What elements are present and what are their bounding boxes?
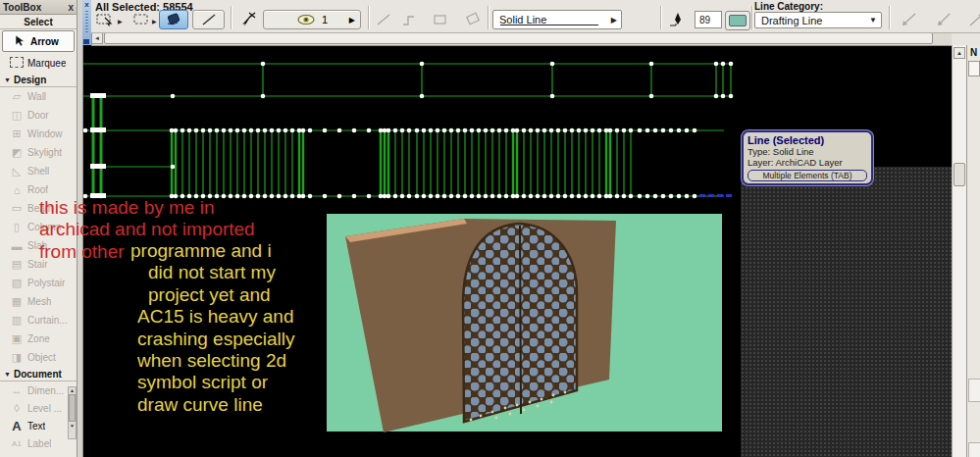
- skylight-tool-icon: ◩: [6, 146, 27, 159]
- geometry-polyline-button[interactable]: [398, 10, 420, 29]
- toolbox-close-icon[interactable]: x: [68, 2, 74, 13]
- line-category-value: Drafting Line: [761, 15, 822, 26]
- marquee-tool-icon: [6, 57, 27, 70]
- toolbox-section-select: Select: [0, 15, 77, 29]
- line-icon: [200, 13, 218, 26]
- 3d-preview-image: [324, 206, 723, 439]
- toolbox-item-door: ◫Door: [0, 106, 77, 125]
- pen-number-field[interactable]: 89: [695, 11, 722, 28]
- marquee-selection-button[interactable]: [93, 10, 117, 29]
- clipped-right-panel: N: [966, 45, 980, 457]
- shell-tool-icon: ◺: [6, 165, 27, 178]
- collapse-triangle-icon[interactable]: ▼: [4, 76, 11, 83]
- toolbox-section-document[interactable]: ▼Document: [0, 367, 77, 381]
- infobox-toolbar: All Selected: 58554 ▶ ▶: [91, 0, 980, 33]
- toolbox-item-zone: ▣Zone: [0, 330, 77, 348]
- dimen-tool-icon: ↔: [6, 384, 27, 396]
- geometry-line-button[interactable]: [373, 10, 394, 29]
- selection-shape-button[interactable]: [129, 10, 153, 29]
- 3d-wall-window-render: [324, 206, 723, 439]
- toolbox-item-wall: ▱Wall: [0, 87, 77, 106]
- arrow-downleft-icon: [899, 12, 918, 27]
- toolbox-item-marquee[interactable]: Marquee: [0, 53, 77, 73]
- eraser-icon: [165, 13, 182, 26]
- arrow-downleft2-icon: [933, 12, 953, 27]
- marquee-dropdown-caret[interactable]: ▶: [118, 18, 123, 25]
- vertical-scroll-thumb[interactable]: [954, 163, 965, 186]
- geometry-rotrect-button[interactable]: [461, 10, 485, 29]
- visibility-caret: ▶: [349, 16, 355, 25]
- selection-shape-caret[interactable]: ▶: [152, 18, 157, 25]
- visibility-value: 1: [322, 14, 328, 25]
- toolbox-titlebar: ToolBox x: [0, 0, 77, 15]
- tooltip-type: Type: Solid Line: [748, 146, 867, 157]
- toolbox-item-text[interactable]: AText: [0, 417, 77, 434]
- horizontal-scroll-thumb[interactable]: [104, 32, 933, 44]
- slab-tool-icon: ▬: [6, 240, 27, 252]
- marquee-arrow-icon: [96, 13, 114, 26]
- door-tool-icon: ◫: [6, 109, 27, 122]
- toolbox-title: ToolBox: [3, 2, 68, 13]
- active-tool-button[interactable]: [159, 10, 188, 29]
- line-type-dropdown[interactable]: Solid Line ▶: [492, 10, 622, 29]
- trim-line-button[interactable]: [930, 10, 955, 29]
- scroll-left-arrow-icon[interactable]: ◄: [91, 32, 103, 44]
- line-tool-button[interactable]: [192, 10, 225, 29]
- right-panel-label: N: [967, 45, 980, 58]
- scroll-up-arrow-icon[interactable]: ▲: [954, 47, 965, 59]
- pen-icon: [668, 12, 688, 27]
- vertical-scrollbar[interactable]: ▲: [952, 45, 967, 457]
- roof-tool-icon: ⌂: [6, 184, 27, 196]
- toolbox-item-skylight: ◩Skylight: [0, 143, 77, 162]
- infobox-close-icon[interactable]: x: [82, 0, 91, 9]
- grip-dots-icon: [85, 11, 88, 32]
- line-category-label: Line Category:: [754, 1, 823, 12]
- visibility-dropdown[interactable]: 1 ▶: [263, 10, 361, 29]
- toolbox-item-label: A1Label: [0, 434, 77, 452]
- split-line-button[interactable]: [964, 10, 980, 29]
- label-tool-icon: A1: [6, 439, 27, 448]
- right-panel-icon[interactable]: [968, 61, 980, 76]
- beam-tool-icon: ▭: [6, 202, 27, 215]
- line-type-caret: ▶: [611, 16, 617, 25]
- mesh-tool-icon: ▦: [6, 295, 27, 308]
- geometry-rect-button[interactable]: [430, 10, 451, 29]
- line-category-caret: ▼: [869, 16, 877, 25]
- polystair-tool-icon: ▧: [6, 277, 27, 289]
- object-tool-icon: ◨: [6, 351, 27, 364]
- tooltip-layer: Layer: ArchiCAD Layer: [748, 157, 867, 168]
- extend-line-button[interactable]: [896, 10, 921, 29]
- archicad-window: ToolBox x SelectArrowMarquee▼Design▱Wall…: [0, 0, 980, 457]
- toolbox-item-object: ◨Object: [0, 348, 77, 367]
- horizontal-scrollbar[interactable]: ◄: [91, 32, 952, 46]
- toolbox-item-mesh: ▦Mesh: [0, 292, 77, 311]
- toolbox-item-curtain: ▥Curtain...: [0, 311, 77, 330]
- toolbox-item-arrow[interactable]: Arrow: [2, 30, 75, 52]
- line-type-preview: [500, 25, 598, 25]
- annotation-yellow-text: programme and idid not start myproject y…: [130, 240, 295, 416]
- toolbox-item-window: ⊞Window: [0, 125, 77, 143]
- collapse-triangle-icon[interactable]: ▼: [4, 371, 11, 378]
- column-tool-icon: ▯: [6, 221, 27, 233]
- element-info-tooltip: Line (Selected) Type: Solid Line Layer: …: [742, 130, 873, 185]
- geometry-line-icon: [378, 15, 389, 25]
- geometry-rotrect-icon: [467, 13, 479, 24]
- line-category-dropdown[interactable]: Drafting Line ▼: [754, 12, 882, 28]
- text-tool-icon: A: [6, 419, 27, 433]
- pen-swatch-color: [729, 15, 747, 26]
- toolbox-section-design[interactable]: ▼Design: [0, 73, 77, 87]
- pen-swatch-button[interactable]: [725, 11, 750, 30]
- handle-bar: [83, 39, 89, 44]
- zone-tool-icon: ▣: [6, 332, 27, 345]
- pen-color-button[interactable]: [666, 10, 690, 29]
- toolbox-item-dimen: ↔Dimen...: [0, 381, 77, 399]
- toolbox-item-level: ◊Level ...: [0, 399, 77, 417]
- dashed-rect-icon: [133, 14, 149, 25]
- tooltip-title: Line (Selected): [748, 134, 867, 146]
- level-tool-icon: ◊: [6, 402, 27, 414]
- arrow-upright-icon: [967, 12, 980, 27]
- curtain-tool-icon: ▥: [6, 314, 27, 327]
- toolbox-scrollbar[interactable]: ▲▼: [68, 386, 77, 439]
- edit-path-button[interactable]: [235, 10, 259, 29]
- window-tool-icon: ⊞: [6, 127, 27, 140]
